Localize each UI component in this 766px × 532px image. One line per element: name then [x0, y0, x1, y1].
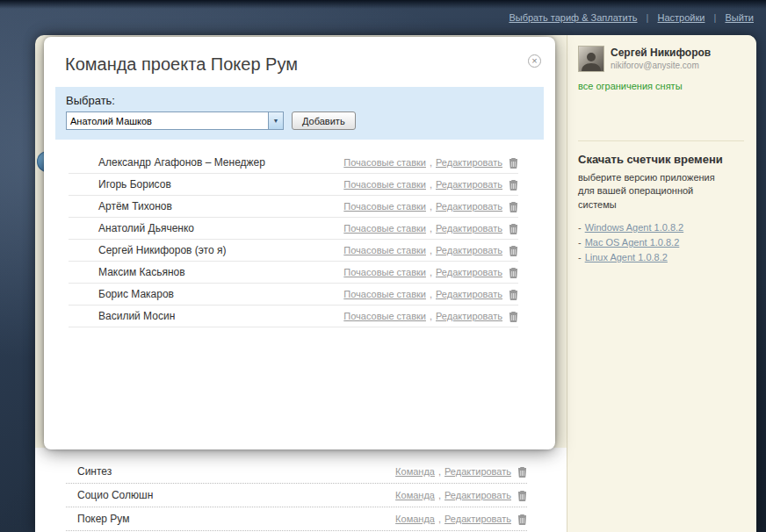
trash-icon[interactable]	[517, 514, 527, 525]
header-link-tariff-pay[interactable]: Выбрать тариф & Заплатить	[509, 12, 637, 23]
select-label: Выбрать:	[66, 94, 533, 107]
project-name: Социо Солюшн	[66, 489, 153, 501]
header-links: Выбрать тариф & Заплатить | Настройки | …	[509, 12, 754, 23]
project-row: Покер Рум Команда,Редактировать	[66, 507, 527, 531]
link-separator: ,	[430, 179, 432, 190]
download-section: Скачать счетчик времени выберите версию …	[578, 140, 744, 265]
download-link-row: -Mac OS Agent 1.0.8.2	[578, 235, 744, 250]
link-separator: ,	[430, 157, 432, 168]
team-link[interactable]: Команда	[395, 466, 435, 477]
member-row: Василий Мосин Почасовые ставки,Редактиро…	[69, 306, 518, 327]
user-block: Сергей Никифоров nikiforov@anysite.com	[578, 46, 744, 72]
link-separator: ,	[430, 201, 432, 212]
hourly-rates-link[interactable]: Почасовые ставки	[343, 223, 426, 234]
modal-title: Команда проекта Покер Рум	[44, 37, 555, 75]
project-row: Социо Солюшн Команда,Редактировать	[66, 484, 527, 507]
trash-icon[interactable]	[509, 157, 518, 169]
limits-status-text: все ограничения сняты	[578, 81, 744, 91]
member-name: Игорь Борисов	[69, 178, 171, 191]
link-separator: ,	[430, 223, 432, 234]
member-list: Александр Агафонов – Менеджер Почасовые …	[69, 152, 518, 327]
close-icon[interactable]: ×	[528, 54, 541, 68]
list-dash: -	[578, 237, 582, 248]
download-title: Скачать счетчик времени	[578, 153, 744, 166]
hourly-rates-link[interactable]: Почасовые ставки	[343, 267, 426, 277]
linux-agent-link[interactable]: Linux Agent 1.0.8.2	[585, 252, 668, 262]
list-dash: -	[578, 252, 582, 262]
member-row: Сергей Никифоров (это я) Почасовые ставк…	[69, 240, 518, 262]
trash-icon[interactable]	[509, 245, 518, 256]
edit-link[interactable]: Редактировать	[444, 514, 511, 524]
link-separator: ,	[430, 311, 432, 321]
trash-icon[interactable]	[509, 223, 518, 234]
member-row: Артём Тихонов Почасовые ставки,Редактиро…	[69, 196, 518, 218]
project-row: Синтез Команда,Редактировать	[66, 460, 527, 484]
add-member-area: Выбрать: Анатолий Машков ▼ Добавить	[55, 87, 544, 140]
member-select[interactable]: Анатолий Машков ▼	[66, 111, 284, 130]
trash-icon[interactable]	[509, 311, 518, 322]
user-avatar	[578, 46, 604, 72]
hourly-rates-link[interactable]: Почасовые ставки	[343, 157, 426, 168]
download-subtitle: выберите версию приложения для вашей опе…	[578, 171, 727, 212]
member-name: Александр Агафонов – Менеджер	[69, 156, 265, 169]
hourly-rates-link[interactable]: Почасовые ставки	[343, 201, 426, 212]
member-name: Борис Макаров	[69, 288, 174, 300]
edit-link[interactable]: Редактировать	[436, 201, 502, 212]
member-name: Василий Мосин	[69, 310, 175, 322]
member-row: Александр Агафонов – Менеджер Почасовые …	[69, 152, 518, 174]
mac-agent-link[interactable]: Mac OS Agent 1.0.8.2	[585, 237, 680, 248]
hourly-rates-link[interactable]: Почасовые ставки	[343, 289, 426, 299]
project-name: Синтез	[66, 465, 112, 478]
edit-link[interactable]: Редактировать	[436, 223, 502, 234]
trash-icon[interactable]	[509, 179, 518, 191]
list-dash: -	[578, 222, 582, 233]
link-separator: ,	[430, 245, 432, 255]
edit-link[interactable]: Редактировать	[436, 157, 502, 168]
user-email: nikiforov@anysite.com	[611, 61, 711, 70]
member-row: Борис Макаров Почасовые ставки,Редактиро…	[69, 284, 518, 306]
edit-link[interactable]: Редактировать	[444, 466, 511, 477]
trash-icon[interactable]	[509, 201, 518, 212]
edit-link[interactable]: Редактировать	[436, 311, 502, 321]
windows-agent-link[interactable]: Windows Agent 1.0.8.2	[585, 222, 684, 233]
projects-list-area: Синтез Команда,Редактировать Социо Солюш…	[35, 448, 567, 532]
member-row: Игорь Борисов Почасовые ставки,Редактиро…	[69, 174, 518, 196]
edit-link[interactable]: Редактировать	[436, 245, 502, 255]
download-link-row: -Windows Agent 1.0.8.2	[578, 220, 744, 235]
edit-link[interactable]: Редактировать	[444, 490, 511, 500]
trash-icon[interactable]	[517, 466, 527, 478]
edit-link[interactable]: Редактировать	[436, 289, 502, 299]
member-name: Сергей Никифоров (это я)	[69, 244, 226, 256]
trash-icon[interactable]	[509, 267, 518, 278]
sidebar: Сергей Никифоров nikiforov@anysite.com в…	[567, 35, 756, 532]
link-separator: ,	[430, 267, 432, 277]
link-separator: ,	[438, 514, 441, 524]
link-separator: ,	[430, 289, 432, 299]
member-name: Анатолий Дьяченко	[69, 222, 194, 234]
member-row: Максим Касьянов Почасовые ставки,Редакти…	[69, 262, 518, 284]
member-row: Анатолий Дьяченко Почасовые ставки,Редак…	[69, 218, 518, 240]
chevron-down-icon: ▼	[268, 112, 283, 129]
trash-icon[interactable]	[509, 289, 518, 300]
header-link-settings[interactable]: Настройки	[658, 12, 705, 23]
member-select-value: Анатолий Машков	[67, 116, 268, 126]
team-link[interactable]: Команда	[395, 514, 435, 524]
member-name: Максим Касьянов	[69, 266, 185, 278]
header-separator: |	[647, 12, 649, 23]
header-link-logout[interactable]: Выйти	[725, 12, 754, 23]
header-separator: |	[714, 12, 717, 23]
edit-link[interactable]: Редактировать	[436, 179, 502, 190]
hourly-rates-link[interactable]: Почасовые ставки	[343, 311, 426, 321]
link-separator: ,	[438, 466, 441, 477]
edit-link[interactable]: Редактировать	[436, 267, 502, 277]
hourly-rates-link[interactable]: Почасовые ставки	[343, 245, 426, 255]
team-modal: Команда проекта Покер Рум × Выбрать: Ана…	[44, 37, 555, 449]
hourly-rates-link[interactable]: Почасовые ставки	[343, 179, 426, 190]
download-link-row: -Linux Agent 1.0.8.2	[578, 250, 744, 265]
add-button[interactable]: Добавить	[292, 111, 356, 130]
member-name: Артём Тихонов	[69, 200, 172, 212]
trash-icon[interactable]	[517, 490, 527, 501]
team-link[interactable]: Команда	[395, 490, 435, 500]
link-separator: ,	[438, 490, 441, 500]
project-name: Покер Рум	[66, 513, 129, 525]
